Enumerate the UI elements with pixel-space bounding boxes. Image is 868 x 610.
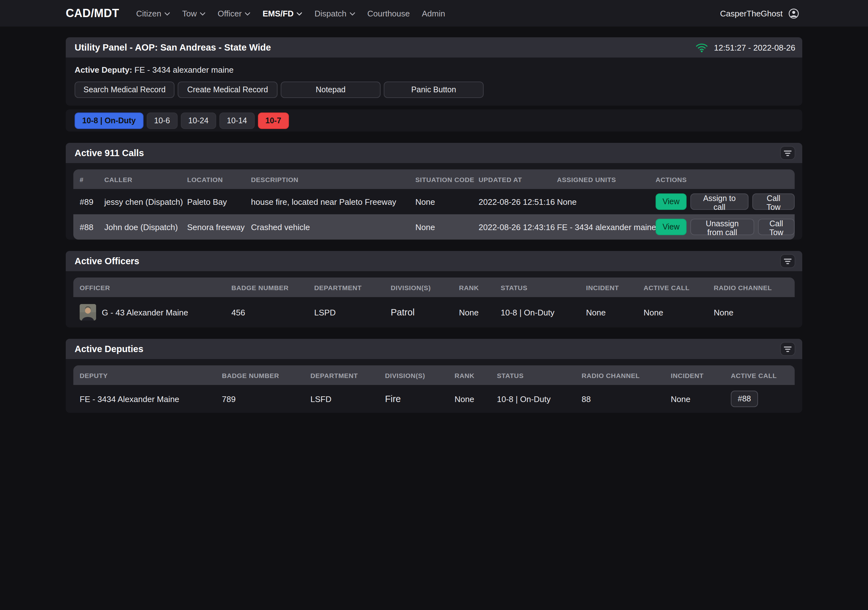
deputy-badge: 789 bbox=[215, 394, 304, 404]
nav-item-citizen[interactable]: Citizen bbox=[136, 9, 170, 18]
nav-item-label: Tow bbox=[182, 9, 197, 18]
officer-avatar bbox=[80, 304, 96, 320]
call-number: #88 bbox=[73, 222, 98, 232]
col-badge-number: BADGE NUMBER bbox=[215, 372, 304, 379]
col-active-call: ACTIVE CALL bbox=[637, 283, 707, 291]
col-updated-at: UPDATED AT bbox=[472, 175, 551, 183]
call-location: Senora freeway bbox=[181, 222, 245, 232]
col-rank: RANK bbox=[448, 372, 491, 379]
filter-icon bbox=[784, 150, 792, 156]
col-badge-number: BADGE NUMBER bbox=[225, 283, 308, 291]
call-tow-button[interactable]: Call Tow bbox=[752, 194, 795, 210]
col-incident: INCIDENT bbox=[580, 283, 637, 291]
deputy-status: 10-8 | On-Duty bbox=[491, 394, 575, 404]
call-description: Crashed vehicle bbox=[245, 222, 409, 232]
utility-panel-header: Utility Panel - AOP: San Andreas - State… bbox=[66, 37, 802, 57]
assign-to-call-button[interactable]: Assign to call bbox=[690, 194, 749, 210]
col-caller: CALLER bbox=[98, 175, 181, 183]
nav-item-tow[interactable]: Tow bbox=[182, 9, 205, 18]
col-radio-channel: RADIO CHANNEL bbox=[575, 372, 665, 379]
utility-panel-title: Utility Panel - AOP: San Andreas - State… bbox=[74, 42, 271, 53]
col-department: DEPARTMENT bbox=[304, 372, 379, 379]
col-deputy: DEPUTY bbox=[73, 372, 215, 379]
deputy-row: FE - 3434 Alexander Maine 789 LSFD Fire … bbox=[73, 385, 795, 413]
officer-badge: 456 bbox=[225, 308, 308, 317]
status-10-14-button[interactable]: 10-14 bbox=[219, 112, 255, 129]
unassign-from-call-button[interactable]: Unassign from call bbox=[690, 219, 754, 235]
nav-item-label: Admin bbox=[422, 9, 445, 18]
status-10-7-button[interactable]: 10-7 bbox=[258, 112, 289, 129]
utility-actions: Search Medical Record Create Medical Rec… bbox=[74, 82, 794, 98]
panic-button[interactable]: Panic Button bbox=[384, 82, 484, 98]
col-actions: ACTIONS bbox=[649, 175, 795, 183]
filter-icon bbox=[784, 346, 792, 352]
officer-name: G - 43 Alexander Maine bbox=[102, 308, 188, 317]
main-content: Utility Panel - AOP: San Andreas - State… bbox=[0, 26, 868, 413]
status-10-8-button[interactable]: 10-8 | On-Duty bbox=[74, 112, 144, 129]
deputy-name: FE - 3434 Alexander Maine bbox=[73, 394, 215, 404]
call-caller: John doe (Dispatch) bbox=[98, 222, 181, 232]
app-viewport: CAD/MDT Citizen Tow Officer EMS/FD bbox=[0, 0, 868, 610]
username-label: CasperTheGhost bbox=[720, 9, 783, 18]
deputies-table-header: DEPUTY BADGE NUMBER DEPARTMENT DIVISION(… bbox=[73, 365, 795, 385]
call-location: Paleto Bay bbox=[181, 197, 245, 206]
active-deputies-header: Active Deputies bbox=[66, 339, 802, 359]
chevron-down-icon bbox=[350, 12, 355, 15]
active-911-calls-header: Active 911 Calls bbox=[66, 143, 802, 163]
officer-incident: None bbox=[580, 308, 637, 317]
connection-status-icon bbox=[696, 42, 708, 53]
deputies-filter-button[interactable] bbox=[780, 342, 795, 356]
status-10-24-button[interactable]: 10-24 bbox=[181, 112, 216, 129]
nav-item-emsfd[interactable]: EMS/FD bbox=[263, 9, 302, 18]
search-medical-record-button[interactable]: Search Medical Record bbox=[74, 82, 175, 98]
chevron-down-icon bbox=[245, 12, 251, 15]
officer-rank: None bbox=[453, 308, 494, 317]
status-buttons-panel: 10-8 | On-Duty 10-6 10-24 10-14 10-7 bbox=[66, 109, 802, 132]
col-active-call: ACTIVE CALL bbox=[724, 372, 795, 379]
deputy-active-call-button[interactable]: #88 bbox=[731, 391, 758, 407]
deputy-incident: None bbox=[665, 394, 724, 404]
call-updated-at: 2022-08-26 12:51:16 bbox=[472, 197, 551, 206]
chevron-down-icon bbox=[297, 12, 302, 15]
brand-logo[interactable]: CAD/MDT bbox=[66, 7, 119, 20]
nav-item-officer[interactable]: Officer bbox=[218, 9, 251, 18]
col-status: STATUS bbox=[491, 372, 575, 379]
call-row-89: #89 jessy chen (Dispatch) Paleto Bay hou… bbox=[73, 189, 795, 214]
active-deputies-panel: Active Deputies DEPUTY BADGE NUMBER DEPA… bbox=[66, 339, 802, 413]
deputy-divisions: Fire bbox=[379, 394, 448, 404]
col-divisions: DIVISION(S) bbox=[379, 372, 448, 379]
call-updated-at: 2022-08-26 12:43:16 bbox=[472, 222, 551, 232]
view-call-button[interactable]: View bbox=[656, 219, 687, 235]
nav-item-courthouse[interactable]: Courthouse bbox=[367, 9, 410, 18]
call-assigned-units: FE - 3434 alexander maine bbox=[551, 222, 649, 232]
filter-icon bbox=[784, 258, 792, 264]
calls-table: # CALLER LOCATION DESCRIPTION SITUATION … bbox=[73, 169, 795, 240]
call-description: house fire, located near Paleto Freeway bbox=[245, 197, 409, 206]
active-deputy-value: FE - 3434 alexander maine bbox=[134, 65, 234, 74]
col-radio-channel: RADIO CHANNEL bbox=[707, 283, 795, 291]
chevron-down-icon bbox=[164, 12, 170, 15]
account-menu-button[interactable]: CasperTheGhost bbox=[720, 7, 800, 19]
view-call-button[interactable]: View bbox=[656, 194, 687, 210]
col-location: LOCATION bbox=[181, 175, 245, 183]
section-title: Active 911 Calls bbox=[74, 148, 144, 158]
clock-timestamp: 12:51:27 - 2022-08-26 bbox=[714, 43, 795, 52]
deputy-rank: None bbox=[448, 394, 491, 404]
call-number: #89 bbox=[73, 197, 98, 206]
nav-item-admin[interactable]: Admin bbox=[422, 9, 445, 18]
deputy-radio-channel: 88 bbox=[575, 394, 665, 404]
status-10-6-button[interactable]: 10-6 bbox=[147, 112, 178, 129]
col-description: DESCRIPTION bbox=[245, 175, 409, 183]
col-assigned-units: ASSIGNED UNITS bbox=[551, 175, 649, 183]
section-title: Active Deputies bbox=[74, 344, 144, 354]
calls-filter-button[interactable] bbox=[780, 146, 795, 160]
create-medical-record-button[interactable]: Create Medical Record bbox=[178, 82, 277, 98]
notepad-button[interactable]: Notepad bbox=[281, 82, 381, 98]
section-title: Active Officers bbox=[74, 256, 140, 266]
call-tow-button[interactable]: Call Tow bbox=[758, 219, 795, 235]
officers-table: OFFICER BADGE NUMBER DEPARTMENT DIVISION… bbox=[73, 277, 795, 327]
call-situation-code: None bbox=[409, 197, 472, 206]
officers-filter-button[interactable] bbox=[780, 254, 795, 268]
col-status: STATUS bbox=[494, 283, 580, 291]
nav-item-dispatch[interactable]: Dispatch bbox=[315, 9, 355, 18]
